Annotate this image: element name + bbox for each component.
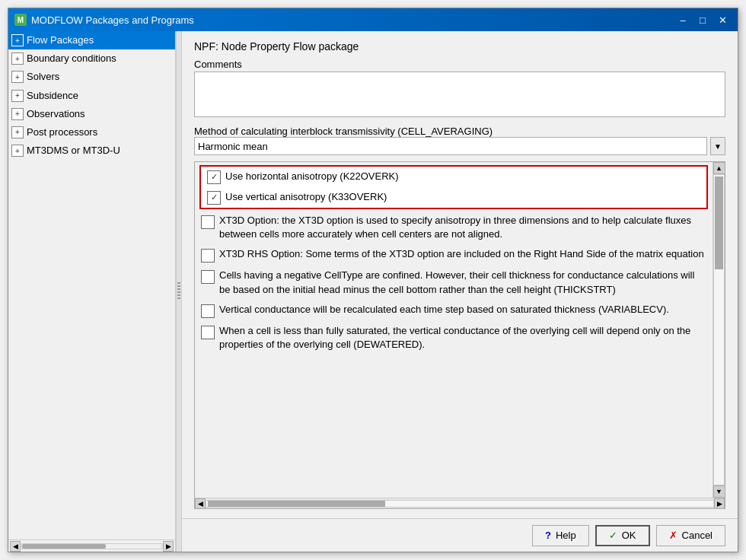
cancel-x-icon: ✗ [669, 530, 677, 541]
sidebar-item-subsidence[interactable]: + Subsidence [8, 87, 175, 105]
option-text-xt3d-rhs: XT3D RHS Option: Some terms of the XT3D … [219, 247, 706, 261]
sidebar-label-flow-packages: Flow Packages [27, 33, 94, 47]
sidebar-label-mt3dms: MT3DMS or MT3D-U [27, 144, 120, 158]
option-xt3d[interactable]: XT3D Option: the XT3D option is used to … [195, 211, 713, 244]
main-content: + Flow Packages + Boundary conditions + … [8, 31, 738, 552]
sidebar-item-observations[interactable]: + Observations [8, 105, 175, 123]
title-bar-left: M MODFLOW Packages and Programs [14, 14, 194, 26]
expand-icon-boundary-conditions[interactable]: + [11, 52, 24, 65]
hscroll-thumb [208, 501, 385, 507]
method-select[interactable]: Harmonic mean [194, 137, 707, 155]
option-text-negative-celltype: Cells having a negative CellType are con… [219, 269, 706, 296]
comments-label: Comments [194, 59, 725, 70]
minimize-button[interactable]: – [674, 13, 692, 27]
option-horizontal-anisotropy[interactable]: ✓ Use horizontal anisotropy (K22OVERK) [201, 167, 706, 187]
sidebar-label-observations: Observations [27, 107, 85, 121]
right-panel: NPF: Node Property Flow package Comments… [182, 31, 738, 552]
checkbox-vertical-anisotropy[interactable]: ✓ [207, 191, 221, 205]
checkbox-dewatered[interactable] [201, 326, 215, 339]
sidebar-scroll-right[interactable]: ▶ [163, 541, 174, 552]
sidebar-label-solvers: Solvers [27, 70, 59, 84]
option-variablecv[interactable]: Vertical conductance will be recalculate… [195, 300, 713, 321]
help-label: Help [556, 530, 576, 541]
ok-label: OK [622, 530, 636, 541]
sidebar-wrapper: + Flow Packages + Boundary conditions + … [8, 31, 176, 552]
sidebar-item-boundary-conditions[interactable]: + Boundary conditions [8, 49, 175, 68]
comments-input[interactable] [194, 72, 725, 117]
options-horizontal-scrollbar[interactable]: ◀ ▶ [195, 498, 725, 508]
option-text-horizontal-anisotropy: Use horizontal anisotropy (K22OVERK) [225, 170, 700, 183]
vscroll-down[interactable]: ▼ [713, 485, 725, 498]
comments-section: Comments [194, 59, 725, 119]
window-title: MODFLOW Packages and Programs [31, 14, 194, 26]
option-negative-celltype[interactable]: Cells having a negative CellType are con… [195, 266, 713, 299]
option-text-xt3d: XT3D Option: the XT3D option is used to … [219, 214, 706, 241]
sidebar-item-solvers[interactable]: + Solvers [8, 68, 175, 86]
sidebar-label-subsidence: Subsidence [27, 89, 78, 103]
options-list[interactable]: ✓ Use horizontal anisotropy (K22OVERK) ✓… [195, 162, 713, 498]
vscroll-track [713, 174, 725, 485]
checkbox-xt3d-rhs[interactable] [201, 249, 215, 262]
sidebar-item-mt3dms[interactable]: + MT3DMS or MT3D-U [8, 142, 175, 160]
split-grip [177, 282, 180, 301]
sidebar-scroll-thumb [22, 544, 106, 549]
hscroll-left-btn[interactable]: ◀ [195, 498, 206, 509]
expand-icon-post-processors[interactable]: + [11, 126, 24, 138]
sidebar-item-post-processors[interactable]: + Post processors [8, 123, 175, 142]
checkbox-horizontal-anisotropy[interactable]: ✓ [207, 170, 221, 184]
sidebar-label-boundary-conditions: Boundary conditions [27, 52, 116, 65]
option-xt3d-rhs[interactable]: XT3D RHS Option: Some terms of the XT3D … [195, 244, 713, 266]
expand-icon-mt3dms[interactable]: + [11, 145, 24, 157]
method-dropdown-row: Harmonic mean ▼ [194, 137, 725, 155]
title-controls: – □ ✕ [674, 13, 732, 27]
options-scroll-area: ✓ Use horizontal anisotropy (K22OVERK) ✓… [195, 162, 725, 498]
expand-icon-subsidence[interactable]: + [11, 90, 24, 102]
main-window: M MODFLOW Packages and Programs – □ ✕ + … [8, 8, 738, 552]
sidebar-label-post-processors: Post processors [27, 126, 97, 139]
dropdown-arrow[interactable]: ▼ [710, 137, 725, 155]
vscroll-thumb [715, 177, 723, 269]
close-button[interactable]: ✕ [713, 13, 732, 27]
ok-checkmark-icon: ✓ [609, 530, 617, 541]
sidebar-item-flow-packages[interactable]: + Flow Packages [8, 31, 175, 49]
bottom-button-bar: ? Help ✓ OK ✗ Cancel [182, 518, 738, 552]
method-section: Method of calculating interblock transmi… [194, 126, 725, 155]
options-vertical-scrollbar[interactable]: ▲ ▼ [713, 162, 725, 498]
highlighted-options-group: ✓ Use horizontal anisotropy (K22OVERK) ✓… [199, 165, 708, 209]
maximize-button[interactable]: □ [693, 13, 712, 27]
option-text-dewatered: When a cell is less than fully saturated… [219, 324, 706, 352]
option-text-variablecv: Vertical conductance will be recalculate… [219, 303, 706, 317]
split-handle[interactable] [176, 31, 182, 552]
expand-icon-solvers[interactable]: + [11, 71, 24, 83]
expand-icon-observations[interactable]: + [11, 108, 24, 120]
options-panel: ✓ Use horizontal anisotropy (K22OVERK) ✓… [194, 161, 725, 509]
expand-icon-flow-packages[interactable]: + [11, 34, 24, 46]
vscroll-up[interactable]: ▲ [713, 162, 725, 174]
sidebar-scroll-left[interactable]: ◀ [10, 541, 21, 552]
title-bar: M MODFLOW Packages and Programs – □ ✕ [8, 8, 738, 31]
option-text-vertical-anisotropy: Use vertical anisotropy (K33OVERK) [225, 190, 700, 204]
package-title: NPF: Node Property Flow package [194, 40, 725, 52]
method-label: Method of calculating interblock transmi… [194, 126, 725, 137]
cancel-button[interactable]: ✗ Cancel [656, 525, 725, 546]
app-icon: M [14, 14, 27, 26]
sidebar-horizontal-scrollbar[interactable]: ◀ ▶ [8, 539, 175, 552]
help-button[interactable]: ? Help [532, 525, 589, 546]
ok-button[interactable]: ✓ OK [595, 525, 650, 546]
option-vertical-anisotropy[interactable]: ✓ Use vertical anisotropy (K33OVERK) [201, 187, 706, 208]
checkbox-variablecv[interactable] [201, 304, 215, 318]
hscroll-track [206, 500, 714, 508]
checkbox-xt3d[interactable] [201, 215, 215, 229]
cancel-label: Cancel [682, 530, 713, 541]
checkbox-negative-celltype[interactable] [201, 270, 215, 284]
right-panel-content: NPF: Node Property Flow package Comments… [182, 31, 738, 518]
help-icon: ? [545, 530, 551, 541]
hscroll-right-btn[interactable]: ▶ [714, 498, 725, 509]
option-dewatered[interactable]: When a cell is less than fully saturated… [195, 321, 713, 355]
sidebar: + Flow Packages + Boundary conditions + … [8, 31, 175, 539]
sidebar-scroll-track [21, 543, 162, 549]
